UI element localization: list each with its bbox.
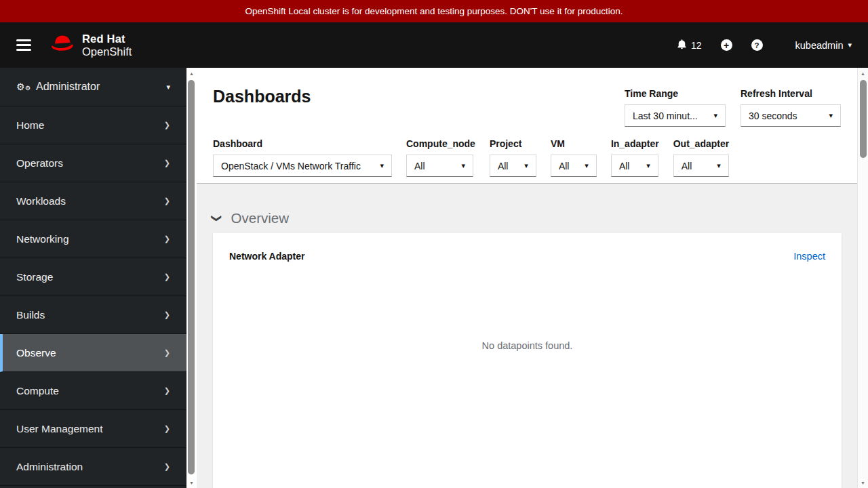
sidebar-item-user-management[interactable]: User Management ❯ bbox=[0, 410, 186, 448]
scroll-down-icon[interactable]: ▼ bbox=[186, 481, 197, 485]
brand-text: Red Hat OpenShift bbox=[82, 33, 132, 58]
project-filter-group: Project All ▾ bbox=[490, 138, 536, 177]
sidebar-item-storage[interactable]: Storage ❯ bbox=[0, 258, 186, 296]
username: kubeadmin bbox=[795, 40, 844, 51]
in-adapter-select[interactable]: All ▾ bbox=[611, 155, 658, 177]
chevron-right-icon: ❯ bbox=[164, 235, 170, 243]
sidebar-item-observe[interactable]: Observe ❯ bbox=[0, 334, 186, 372]
cogs-icon: ⚙⚙ bbox=[16, 81, 28, 92]
main-scrollbar[interactable]: ▲ ▼ bbox=[857, 68, 868, 488]
sidebar-item-home[interactable]: Home ❯ bbox=[0, 106, 186, 144]
refresh-interval-select[interactable]: 30 seconds ▾ bbox=[741, 104, 841, 127]
vm-select[interactable]: All ▾ bbox=[551, 155, 597, 177]
question-circle-icon: ? bbox=[751, 39, 763, 51]
masthead: Red Hat OpenShift 12 + ? kubeadmin ▾ bbox=[0, 22, 868, 68]
page-title: Dashboards bbox=[213, 87, 311, 106]
chevron-right-icon: ❯ bbox=[164, 121, 170, 129]
chevron-right-icon: ❯ bbox=[164, 348, 170, 357]
chevron-right-icon: ❯ bbox=[164, 272, 170, 281]
out-adapter-select[interactable]: All ▾ bbox=[673, 155, 729, 177]
chevron-right-icon: ❯ bbox=[164, 424, 170, 433]
brand-line2: OpenShift bbox=[82, 45, 132, 58]
in-adapter-filter-group: In_adapter All ▾ bbox=[611, 138, 659, 177]
chevron-right-icon: ❯ bbox=[164, 462, 170, 471]
time-range-select[interactable]: Last 30 minut... ▾ bbox=[625, 104, 726, 127]
refresh-interval-group: Refresh Interval 30 seconds ▾ bbox=[741, 88, 841, 127]
caret-down-icon: ▾ bbox=[585, 162, 589, 169]
scroll-up-icon[interactable]: ▲ bbox=[858, 71, 868, 76]
main-content: Dashboards Time Range Last 30 minut... ▾… bbox=[197, 68, 868, 488]
dashboard-select[interactable]: OpenStack / VMs Network Traffic ▾ bbox=[213, 155, 392, 177]
time-controls: Time Range Last 30 minut... ▾ Refresh In… bbox=[625, 88, 841, 127]
brand-line1: Red Hat bbox=[82, 33, 132, 45]
perspective-label: Administrator bbox=[36, 81, 100, 93]
scroll-down-icon[interactable]: ▼ bbox=[858, 481, 868, 485]
compute-node-select[interactable]: All ▾ bbox=[406, 155, 473, 177]
panel-header: Network Adapter Inspect bbox=[213, 233, 842, 262]
help-button[interactable]: ? bbox=[747, 35, 767, 55]
sidebar-scrollbar-thumb[interactable] bbox=[188, 80, 195, 474]
caret-down-icon: ▾ bbox=[461, 162, 465, 169]
chevron-right-icon: ❯ bbox=[164, 159, 170, 167]
chevron-right-icon: ❯ bbox=[164, 197, 170, 205]
scroll-up-icon[interactable]: ▲ bbox=[186, 71, 197, 76]
caret-down-icon: ▾ bbox=[166, 83, 170, 91]
dashboard-body: ❯ Overview Network Adapter Inspect No da… bbox=[197, 210, 868, 488]
sidebar-item-builds[interactable]: Builds ❯ bbox=[0, 296, 186, 334]
caret-down-icon: ▾ bbox=[646, 162, 650, 169]
main-scrollbar-thumb[interactable] bbox=[860, 80, 867, 158]
sidebar-scrollbar[interactable]: ▲ ▼ bbox=[186, 68, 197, 488]
section-title: Overview bbox=[231, 210, 289, 226]
masthead-toolbar: 12 + ? kubeadmin ▾ bbox=[673, 35, 852, 56]
network-adapter-panel: Network Adapter Inspect No datapoints fo… bbox=[213, 233, 842, 488]
caret-down-icon: ▾ bbox=[717, 162, 721, 169]
caret-down-icon: ▾ bbox=[713, 112, 717, 119]
chevron-down-icon: ❯ bbox=[211, 214, 223, 223]
sidebar-item-operators[interactable]: Operators ❯ bbox=[0, 144, 186, 182]
project-select[interactable]: All ▾ bbox=[490, 155, 536, 177]
notifications-button[interactable]: 12 bbox=[673, 35, 706, 56]
nav-toggle-icon[interactable] bbox=[16, 39, 31, 51]
chevron-right-icon: ❯ bbox=[164, 386, 170, 395]
sidebar-item-compute[interactable]: Compute ❯ bbox=[0, 372, 186, 410]
panel-title: Network Adapter bbox=[229, 251, 305, 262]
user-menu[interactable]: kubeadmin ▾ bbox=[795, 40, 852, 51]
time-range-label: Time Range bbox=[625, 88, 726, 99]
chevron-right-icon: ❯ bbox=[164, 310, 170, 319]
dashboard-filters: Dashboard OpenStack / VMs Network Traffi… bbox=[213, 138, 729, 177]
redhat-fedora-icon bbox=[49, 33, 76, 57]
brand-logo: Red Hat OpenShift bbox=[49, 33, 132, 58]
perspective-switcher[interactable]: ⚙⚙ Administrator ▾ bbox=[0, 68, 186, 106]
caret-down-icon: ▾ bbox=[524, 162, 528, 169]
sidebar-item-networking[interactable]: Networking ❯ bbox=[0, 220, 186, 258]
dashboard-select-group: Dashboard OpenStack / VMs Network Traffi… bbox=[213, 138, 392, 177]
banner-text: OpenShift Local cluster is for developme… bbox=[245, 6, 623, 16]
sidebar-item-workloads[interactable]: Workloads ❯ bbox=[0, 182, 186, 220]
app-body: ⚙⚙ Administrator ▾ Home ❯ Operators ❯ Wo… bbox=[0, 68, 868, 488]
dashboard-filter-panel: Dashboards Time Range Last 30 minut... ▾… bbox=[197, 68, 868, 184]
caret-down-icon: ▾ bbox=[829, 112, 833, 119]
bell-icon bbox=[677, 39, 687, 52]
caret-down-icon: ▾ bbox=[848, 41, 852, 49]
compute-node-filter-group: Compute_node All ▾ bbox=[406, 138, 475, 177]
empty-state-message: No datapoints found. bbox=[213, 340, 842, 351]
time-range-group: Time Range Last 30 minut... ▾ bbox=[625, 88, 726, 127]
vm-filter-group: VM All ▾ bbox=[551, 138, 597, 177]
caret-down-icon: ▾ bbox=[380, 162, 384, 169]
plus-circle-icon: + bbox=[721, 39, 732, 51]
cluster-warning-banner: OpenShift Local cluster is for developme… bbox=[0, 0, 868, 22]
refresh-interval-label: Refresh Interval bbox=[741, 88, 841, 99]
out-adapter-filter-group: Out_adapter All ▾ bbox=[673, 138, 729, 177]
inspect-link[interactable]: Inspect bbox=[793, 251, 825, 262]
sidebar-item-administration[interactable]: Administration ❯ bbox=[0, 448, 186, 486]
sidebar-nav: ⚙⚙ Administrator ▾ Home ❯ Operators ❯ Wo… bbox=[0, 68, 186, 488]
overview-section-toggle[interactable]: ❯ Overview bbox=[213, 210, 842, 226]
import-button[interactable]: + bbox=[717, 35, 736, 55]
notification-count: 12 bbox=[691, 40, 702, 51]
